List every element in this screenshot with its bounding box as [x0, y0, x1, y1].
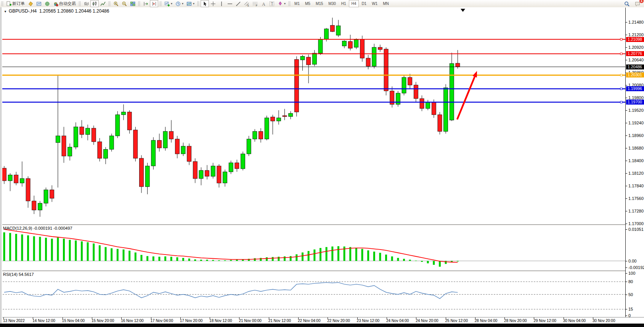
dropdown-arrow-icon[interactable]: ▾: [193, 2, 194, 5]
chart-title: ▼GBPUSD-,H4 1.20565 1.20860 1.20446 1.20…: [4, 8, 109, 14]
text-button[interactable]: A: [259, 0, 268, 7]
time-tick-label: 15 Nov 04:00: [62, 319, 85, 323]
dropdown-arrow-icon[interactable]: ▾: [182, 2, 183, 5]
rsi-tick-label: 100: [628, 271, 635, 275]
time-tick-label: 14 Nov 12:00: [32, 319, 55, 323]
price-tick-label: 1.21200: [628, 32, 644, 37]
text-label-button[interactable]: T: [268, 0, 276, 7]
equidistant-channel-button[interactable]: E: [243, 0, 251, 7]
tile-icon: [130, 1, 135, 6]
arrows-button[interactable]: ▾: [276, 0, 287, 7]
price-tick-label: 1.17560: [628, 196, 644, 201]
axis-tick: [626, 267, 627, 268]
price-tick-label: 1.19800: [628, 95, 644, 100]
svg-text:F: F: [256, 4, 257, 6]
macd-pane-canvas: [0, 226, 625, 271]
chart-symbol-label: GBPUSD-,H4: [9, 8, 37, 14]
trend-arrow: [457, 71, 477, 119]
timeframe-m5-button[interactable]: M5: [302, 0, 313, 7]
cursor-button[interactable]: [201, 0, 209, 7]
textT-icon: T: [269, 1, 275, 6]
signals-button[interactable]: [43, 0, 51, 7]
rsi-tick-label: 80: [628, 279, 633, 284]
rsi-pane[interactable]: RSI(14) 54.5617: [0, 272, 625, 317]
axis-tick: [626, 98, 627, 98]
axis-tick: [626, 110, 627, 111]
channel-icon: E: [244, 1, 249, 6]
axis-tick: [626, 148, 627, 148]
indicators-icon: [164, 1, 170, 6]
macd-pane[interactable]: MACD(12,26,9) -0.000191 -0.000497: [0, 226, 625, 271]
time-tick-label: 28 Nov 04:00: [475, 319, 498, 323]
auto-scroll-button[interactable]: [141, 0, 150, 7]
candlestick-chart-button[interactable]: [90, 0, 99, 7]
doc-plus-icon: [6, 1, 11, 6]
time-tick-label: 13 Nov 2022: [3, 319, 25, 323]
time-scale[interactable]: 13 Nov 202214 Nov 12:0015 Nov 04:0015 No…: [0, 317, 644, 324]
rsi-label: RSI(14) 54.5617: [3, 272, 34, 277]
zoom-out-icon: [122, 1, 127, 6]
toolbar-group-handle[interactable]: [289, 1, 291, 6]
zoom-out-button[interactable]: [120, 0, 128, 7]
new-order-button[interactable]: 新订单: [5, 0, 26, 7]
toolbar-group-handle[interactable]: [138, 1, 140, 6]
trendline-button[interactable]: [234, 0, 243, 7]
axis-tick: [626, 229, 627, 230]
timeframe-w1-button[interactable]: W1: [369, 0, 380, 7]
toolbar-group-handle[interactable]: [2, 1, 3, 6]
toolbar-group-handle[interactable]: [160, 1, 162, 6]
autotrading-button[interactable]: 自动交易: [51, 0, 77, 7]
periods-button[interactable]: ▾: [174, 0, 185, 7]
axis-tick: [626, 161, 627, 161]
axis-tick: [626, 186, 627, 186]
axis-tick: [626, 273, 627, 274]
crosshair-button[interactable]: [209, 0, 217, 7]
chart-shift-marker: [461, 9, 465, 12]
metaeditor-button[interactable]: [26, 0, 35, 7]
toolbar-group-handle[interactable]: [198, 1, 199, 6]
timeframe-m15-button[interactable]: M15: [313, 0, 326, 7]
macd-tick-label: -0.001924: [628, 265, 644, 270]
search-button[interactable]: [623, 0, 631, 7]
price-scale[interactable]: 1.214801.212001.209201.206401.203601.200…: [625, 8, 644, 324]
timeframe-d1-button[interactable]: D1: [359, 0, 369, 7]
time-tick-label: 24 Nov 04:00: [386, 319, 409, 323]
bottom-scroll-bar[interactable]: [0, 324, 644, 327]
toolbar-group-handle[interactable]: [109, 1, 111, 6]
axis-tick: [626, 85, 627, 85]
horizontal-line-button[interactable]: [226, 0, 234, 7]
timeframe-h4-button[interactable]: H4: [349, 0, 359, 7]
time-tick-label: 21 Nov 00:00: [239, 319, 262, 323]
arrows-icon: [278, 1, 283, 6]
templates-button[interactable]: ▾: [185, 0, 196, 7]
timeframe-h1-button[interactable]: H1: [339, 0, 349, 7]
timeframe-mn-button[interactable]: MN: [380, 0, 392, 7]
rsi-tick-label: 15: [628, 307, 633, 311]
zoom-in-button[interactable]: [112, 0, 120, 7]
chart-shift-icon: [151, 1, 157, 6]
toolbar-group-handle[interactable]: [79, 1, 81, 6]
time-tick-label: 15 Nov 20:00: [92, 319, 114, 323]
timeframe-m30-button[interactable]: M30: [326, 0, 338, 7]
charts-window-button[interactable]: [35, 0, 43, 7]
chart-shift-button[interactable]: [150, 0, 158, 7]
svg-text:E: E: [247, 4, 249, 6]
chart-dropdown-icon[interactable]: ▼: [4, 10, 7, 13]
line-chart-button[interactable]: [99, 0, 107, 7]
fibonacci-button[interactable]: F: [251, 0, 259, 7]
vertical-line-button[interactable]: [217, 0, 226, 7]
tile-windows-button[interactable]: [128, 0, 137, 7]
dropdown-arrow-icon[interactable]: ▾: [171, 2, 172, 5]
cursor-icon: [202, 1, 207, 6]
dropdown-arrow-icon[interactable]: ▾: [284, 2, 286, 5]
indicators-button[interactable]: ▾: [163, 0, 174, 7]
zoom-in-icon: [113, 1, 119, 6]
price-tick-label: 1.20640: [628, 58, 644, 62]
notifications-button[interactable]: 1: [633, 0, 642, 7]
axis-tick: [626, 261, 627, 261]
time-tick-label: 30 Nov 04:00: [563, 319, 586, 323]
bar-chart-button[interactable]: [82, 0, 90, 7]
timeframe-m1-button[interactable]: M1: [292, 0, 302, 7]
price-pane[interactable]: [0, 8, 625, 224]
svg-text:A: A: [262, 1, 265, 6]
